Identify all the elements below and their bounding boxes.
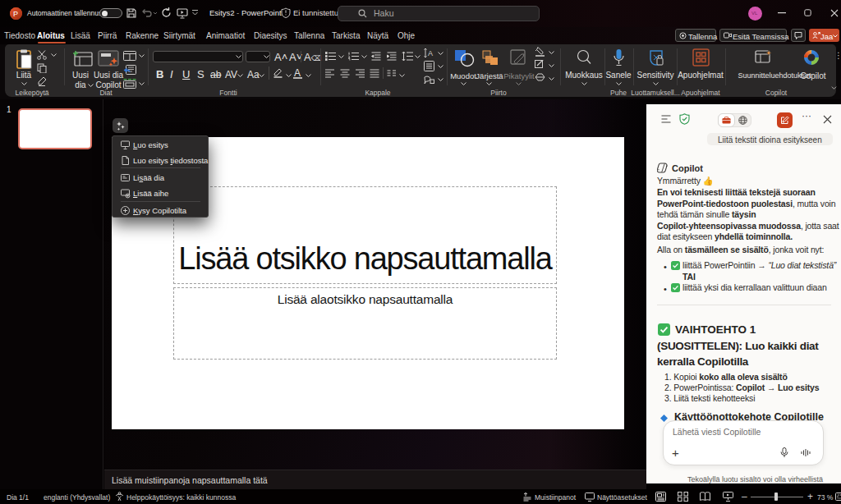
svg-text:A: A [428, 49, 433, 57]
svg-text:P: P [13, 10, 18, 18]
